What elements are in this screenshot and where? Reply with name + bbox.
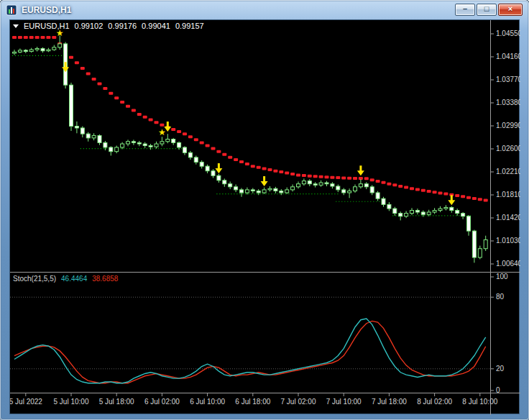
indicator-name: Stoch(21,5,5) [13, 275, 56, 283]
svg-text:1.01420: 1.01420 [496, 214, 520, 222]
svg-text:1.00640: 1.00640 [496, 260, 520, 268]
svg-text:5 Jul 10:00: 5 Jul 10:00 [54, 398, 89, 406]
svg-text:1.03770: 1.03770 [496, 76, 520, 83]
svg-text:1.01030: 1.01030 [496, 237, 520, 245]
svg-text:★: ★ [158, 127, 166, 137]
svg-text:1.04550: 1.04550 [496, 29, 520, 37]
quote-header: EURUSD,H1 0.99102 0.99176 0.99041 0.9915… [13, 22, 204, 30]
svg-text:5 Jul 18:00: 5 Jul 18:00 [99, 398, 134, 406]
svg-text:1.01810: 1.01810 [496, 191, 520, 198]
svg-text:100: 100 [496, 273, 508, 280]
svg-text:1.02990: 1.02990 [496, 122, 520, 129]
minimize-icon: – [463, 5, 467, 13]
svg-text:1.02210: 1.02210 [496, 168, 520, 175]
svg-text:5 Jul 2022: 5 Jul 2022 [10, 398, 42, 406]
time-axis: 5 Jul 20225 Jul 10:005 Jul 18:006 Jul 02… [10, 393, 498, 406]
chart-window: EURUSD,H1 – □ × ★★1.045501.041601.037701… [0, 0, 529, 420]
quote-open: 0.99102 [75, 22, 104, 30]
price-axis: 1.045501.041601.037701.033801.029901.026… [490, 29, 520, 268]
stoch-signal-value: 38.6858 [92, 275, 118, 283]
svg-text:1.03380: 1.03380 [496, 99, 520, 106]
stoch-axis: 10080200 [490, 273, 508, 394]
window-title: EURUSD,H1 [22, 5, 71, 15]
svg-text:0: 0 [496, 386, 500, 394]
close-icon: × [508, 5, 512, 13]
symbol-marker-icon [13, 24, 19, 28]
quote-symbol: EURUSD,H1 [24, 22, 70, 30]
quote-high: 0.99176 [108, 22, 137, 30]
svg-text:1.04160: 1.04160 [496, 52, 520, 60]
svg-text:6 Jul 10:00: 6 Jul 10:00 [190, 398, 225, 406]
trend-dashes [12, 36, 488, 202]
svg-text:80: 80 [496, 293, 505, 301]
svg-text:1.02600: 1.02600 [496, 145, 520, 152]
close-button[interactable]: × [498, 4, 523, 16]
indicator-label: Stoch(21,5,5) 46.4464 38.6858 [13, 275, 118, 283]
svg-text:7 Jul 02:00: 7 Jul 02:00 [281, 398, 316, 406]
chart-canvas[interactable]: ★★1.045501.041601.037701.033801.029901.0… [10, 20, 520, 415]
stoch-level-lines [10, 297, 490, 369]
maximize-button[interactable]: □ [477, 4, 497, 16]
svg-text:8 Jul 02:00: 8 Jul 02:00 [417, 398, 452, 406]
stoch-main-value: 46.4464 [61, 275, 87, 283]
svg-text:20: 20 [496, 365, 505, 373]
title-bar[interactable]: EURUSD,H1 – □ × [0, 0, 529, 19]
maximize-icon: □ [484, 5, 489, 13]
svg-text:7 Jul 10:00: 7 Jul 10:00 [326, 398, 362, 406]
svg-text:8 Jul 10:00: 8 Jul 10:00 [462, 398, 497, 406]
svg-text:6 Jul 18:00: 6 Jul 18:00 [235, 398, 270, 406]
quote-low: 0.99041 [142, 22, 170, 30]
stoch-main-line [14, 319, 486, 383]
quote-close: 0.99157 [175, 22, 204, 30]
svg-text:6 Jul 02:00: 6 Jul 02:00 [144, 398, 180, 406]
stoch-signal-line [14, 321, 486, 383]
window-controls: – □ × [455, 4, 523, 16]
minimize-button[interactable]: – [455, 4, 475, 16]
window-icon [6, 4, 17, 16]
chart-client-area[interactable]: ★★1.045501.041601.037701.033801.029901.0… [9, 19, 520, 414]
svg-text:7 Jul 18:00: 7 Jul 18:00 [372, 398, 407, 406]
